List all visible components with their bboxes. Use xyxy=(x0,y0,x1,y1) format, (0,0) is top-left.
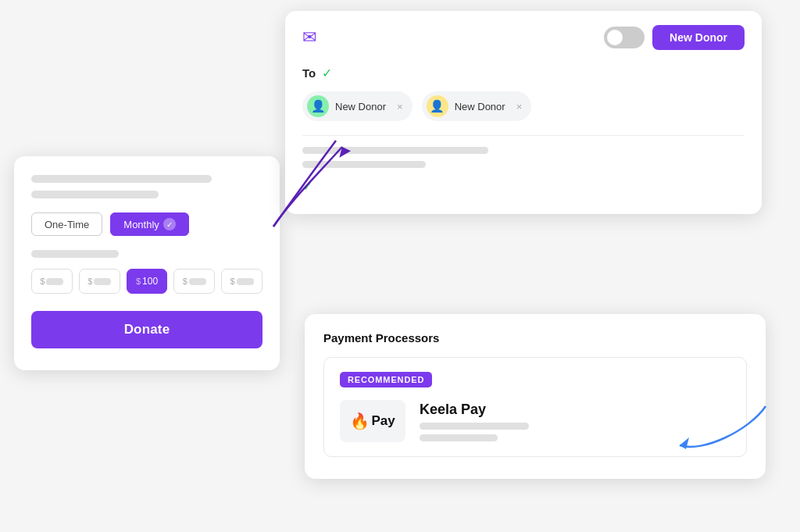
keela-pay-name: Keela Pay xyxy=(420,402,529,418)
payment-processors-card: Payment Processors RECOMMENDED 🔥 Pay Kee… xyxy=(305,314,766,479)
email-icon: ✉ xyxy=(302,27,316,48)
bottom-check-icon: ✓ xyxy=(302,179,312,194)
dollar-sign-1: $ xyxy=(40,277,45,286)
amount-btn-5[interactable]: $ xyxy=(221,269,262,294)
recommended-processor-card: RECOMMENDED 🔥 Pay Keela Pay xyxy=(323,357,747,457)
toggle-switch[interactable] xyxy=(604,27,645,48)
new-donor-button[interactable]: New Donor xyxy=(652,25,745,50)
keela-pay-row: 🔥 Pay Keela Pay xyxy=(340,400,730,442)
bottom-skel-1 xyxy=(302,147,488,154)
amount-skel-1 xyxy=(46,278,63,285)
amount-btn-100[interactable]: $ 100 xyxy=(127,269,168,294)
form-skeleton-line-2 xyxy=(31,191,159,198)
recipient-tag-2: 👤 New Donor × xyxy=(422,91,532,121)
pay-flame-icon: 🔥 xyxy=(350,412,370,430)
recipient-avatar-2: 👤 xyxy=(427,95,448,117)
donation-form-card: One-Time Monthly ✓ $ $ $ 100 $ $ Donate xyxy=(14,156,280,370)
bottom-skel-2 xyxy=(302,161,426,168)
to-row: To ✓ xyxy=(302,66,745,80)
amount-btn-2[interactable]: $ xyxy=(79,269,120,294)
monthly-button[interactable]: Monthly ✓ xyxy=(110,212,189,236)
recipient-avatar-1: 👤 xyxy=(307,95,329,117)
keela-skel-1 xyxy=(420,423,529,430)
amount-skel-2 xyxy=(94,278,111,285)
keela-pay-logo: 🔥 Pay xyxy=(340,400,405,442)
amount-skel-5 xyxy=(237,278,254,285)
to-check-icon: ✓ xyxy=(322,66,332,80)
amount-btn-1[interactable]: $ xyxy=(31,269,73,294)
header-right: New Donor xyxy=(604,25,745,50)
frequency-row: One-Time Monthly ✓ xyxy=(31,212,262,236)
check-row: ✓ xyxy=(302,179,745,194)
email-recipients-card: ✉ New Donor To ✓ 👤 New Donor × 👤 New Don… xyxy=(285,11,762,214)
keela-info: Keela Pay xyxy=(420,402,529,441)
amount-skel-4 xyxy=(189,278,206,285)
recipient-close-1[interactable]: × xyxy=(397,101,403,112)
donate-button[interactable]: Donate xyxy=(31,311,262,348)
recipient-name-1: New Donor xyxy=(335,101,386,112)
dollar-sign-5: $ xyxy=(230,277,235,286)
card-header: ✉ New Donor xyxy=(302,25,745,50)
amount-value-100: 100 xyxy=(142,276,158,287)
pay-text: Pay xyxy=(371,413,395,429)
recipients-row: 👤 New Donor × 👤 New Donor × xyxy=(302,91,745,121)
recipient-tag-1: 👤 New Donor × xyxy=(302,91,412,121)
payment-processors-title: Payment Processors xyxy=(323,331,747,345)
to-label: To xyxy=(302,66,316,80)
form-skeleton-line-3 xyxy=(31,250,119,258)
recipient-name-2: New Donor xyxy=(455,101,505,112)
monthly-label: Monthly xyxy=(123,219,159,230)
dollar-sign-3: $ xyxy=(136,277,141,286)
keela-skel-2 xyxy=(420,434,498,441)
amount-btn-4[interactable]: $ xyxy=(173,269,215,294)
amount-row: $ $ $ 100 $ $ xyxy=(31,269,262,294)
one-time-button[interactable]: One-Time xyxy=(31,212,102,236)
recommended-badge: RECOMMENDED xyxy=(340,372,432,387)
pay-logo-inner: 🔥 Pay xyxy=(350,412,395,430)
dollar-sign-4: $ xyxy=(183,277,188,286)
dollar-sign-2: $ xyxy=(88,277,92,286)
monthly-check-icon: ✓ xyxy=(163,218,176,230)
divider xyxy=(302,135,745,136)
form-skeleton-line-1 xyxy=(31,175,212,183)
recipient-close-2[interactable]: × xyxy=(516,101,523,112)
